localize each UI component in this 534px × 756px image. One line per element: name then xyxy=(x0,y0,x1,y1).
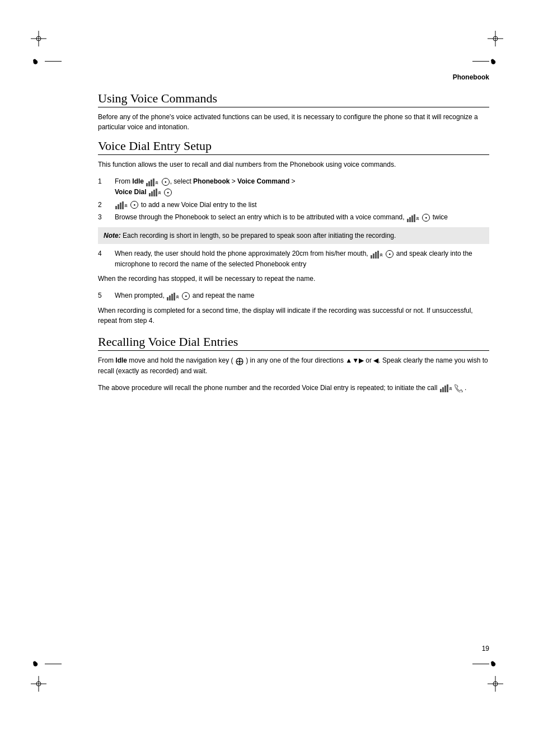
svg-rect-19 xyxy=(156,189,157,196)
bullet-corner-br: ● xyxy=(490,658,502,669)
svg-rect-26 xyxy=(411,215,413,222)
svg-rect-32 xyxy=(167,297,168,300)
svg-rect-14 xyxy=(151,180,152,186)
hline-tl xyxy=(45,61,62,62)
section-using-voice-commands: Using Voice Commands Before any of the p… xyxy=(98,91,489,132)
hline-tr xyxy=(472,61,489,62)
svg-rect-44 xyxy=(444,386,446,392)
direction-icons: ▲▼▶ xyxy=(345,356,364,364)
step-num-2: 2 xyxy=(98,200,115,210)
svg-rect-34 xyxy=(171,294,173,300)
heading-using-voice-commands: Using Voice Commands xyxy=(98,91,489,107)
svg-rect-21 xyxy=(118,204,119,209)
signal-icon-4 xyxy=(407,213,419,223)
reg-mark-tl xyxy=(31,31,46,46)
signal-icon-1 xyxy=(146,177,158,187)
section-recalling-voice-dial: Recalling Voice Dial Entries From Idle m… xyxy=(98,335,489,393)
steps-list-3: 5 When prompted, and r xyxy=(98,290,489,301)
svg-rect-23 xyxy=(122,201,124,209)
svg-rect-12 xyxy=(146,183,148,186)
section-voice-dial-entry-setup: Voice Dial Entry Setup This function all… xyxy=(98,139,489,326)
svg-rect-22 xyxy=(120,203,121,209)
step-num-3: 3 xyxy=(98,212,115,222)
svg-rect-30 xyxy=(375,252,377,259)
steps-list-2: 4 When ready, the user should hold the p… xyxy=(98,248,489,269)
step-num-5: 5 xyxy=(98,290,115,300)
signal-icon-7 xyxy=(440,383,452,393)
bullet-corner-bl: ● xyxy=(32,658,44,669)
svg-rect-27 xyxy=(414,214,415,222)
heading-recalling-voice-dial: Recalling Voice Dial Entries xyxy=(98,335,489,351)
step-num-1: 1 xyxy=(98,176,115,186)
svg-rect-33 xyxy=(169,295,171,300)
ok-icon-1 xyxy=(162,178,170,186)
step-num-4: 4 xyxy=(98,248,115,259)
body-voice-dial-intro: This function allows the user to recall … xyxy=(98,159,489,170)
body-recalling-2: The above procedure will recall the phon… xyxy=(98,383,489,393)
body-recording-stopped: When the recording has stopped, it will … xyxy=(98,274,489,284)
reg-mark-bl xyxy=(31,676,46,692)
section-label: Phonebook xyxy=(453,73,489,81)
ok-icon-3 xyxy=(130,201,138,209)
svg-rect-28 xyxy=(371,255,372,259)
svg-rect-20 xyxy=(115,206,117,209)
signal-icon-6 xyxy=(167,291,179,301)
svg-rect-24 xyxy=(407,219,409,222)
step-4: 4 When ready, the user should hold the p… xyxy=(98,248,489,269)
ok-icon-2 xyxy=(164,189,172,196)
ok-icon-4 xyxy=(422,214,430,222)
page-header: Phonebook xyxy=(98,73,489,81)
reg-mark-tr xyxy=(488,31,503,46)
reg-mark-br xyxy=(488,676,503,692)
phone-icon xyxy=(455,383,465,393)
ok-icon-6 xyxy=(182,292,190,300)
note-text: Each recording is short in length, so be… xyxy=(123,232,396,240)
step-content-1: From Idle , select Phonebook > Voice Com… xyxy=(115,176,489,198)
step-2: 2 to add a new Voice Dial entry xyxy=(98,200,489,210)
svg-rect-45 xyxy=(447,384,448,392)
step-3: 3 Browse through the Phonebook to select… xyxy=(98,212,489,223)
signal-icon-3 xyxy=(115,200,128,210)
hline-br xyxy=(472,664,489,664)
step-content-3: Browse through the Phonebook to select a… xyxy=(115,212,489,223)
step-content-4: When ready, the user should hold the pho… xyxy=(115,248,489,269)
svg-rect-18 xyxy=(153,190,155,196)
hline-bl xyxy=(45,664,62,664)
direction-icon-left: ◀ xyxy=(373,356,378,364)
svg-rect-13 xyxy=(148,181,150,186)
body-recording-complete: When recording is completed for a second… xyxy=(98,306,489,326)
svg-rect-42 xyxy=(440,389,442,392)
svg-rect-35 xyxy=(174,293,175,300)
nav-key-icon xyxy=(235,356,244,366)
svg-rect-31 xyxy=(377,251,379,259)
svg-rect-25 xyxy=(409,217,411,222)
step-content-5: When prompted, and repeat the name xyxy=(115,290,489,301)
bullet-corner-tr: ● xyxy=(490,56,502,67)
note-box: Note: Each recording is short in length,… xyxy=(98,227,489,244)
svg-rect-43 xyxy=(442,387,444,392)
content-area: Phonebook Using Voice Commands Before an… xyxy=(98,73,489,655)
bullet-corner-tl: ● xyxy=(32,56,44,67)
svg-rect-16 xyxy=(149,193,151,196)
body-using-voice-commands: Before any of the phone's voice activate… xyxy=(98,112,489,132)
signal-icon-5 xyxy=(371,249,383,259)
ok-icon-5 xyxy=(386,250,394,258)
svg-rect-15 xyxy=(153,179,154,186)
body-recalling-1: From Idle move and hold the navigation k… xyxy=(98,355,489,376)
svg-point-37 xyxy=(238,360,241,363)
step-1: 1 From Idle , select Ph xyxy=(98,176,489,198)
step-5: 5 When prompted, and r xyxy=(98,290,489,301)
signal-icon-2 xyxy=(149,187,161,198)
svg-rect-17 xyxy=(151,191,153,196)
heading-voice-dial-entry-setup: Voice Dial Entry Setup xyxy=(98,139,489,155)
note-label: Note: xyxy=(104,232,121,240)
steps-list-1: 1 From Idle , select Ph xyxy=(98,176,489,223)
svg-rect-29 xyxy=(373,253,374,259)
step-content-2: to add a new Voice Dial entry to the lis… xyxy=(115,200,489,210)
